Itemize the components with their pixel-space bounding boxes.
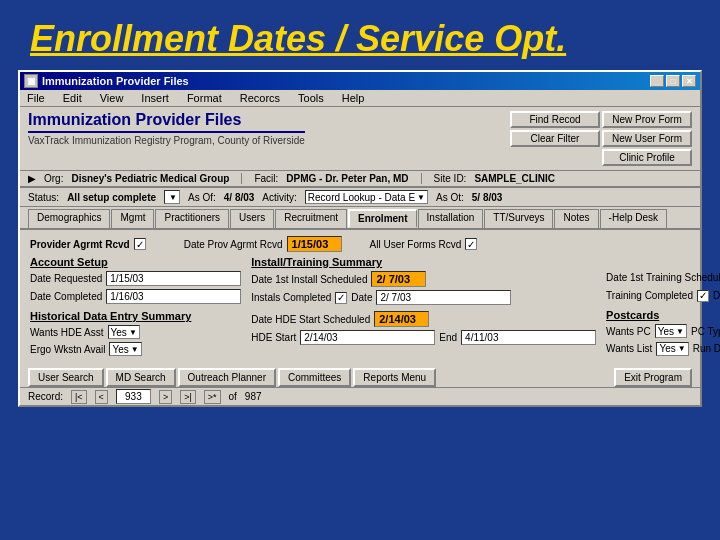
- menu-file[interactable]: File: [24, 91, 48, 105]
- pc-type-label: PC Type: [691, 326, 720, 337]
- menu-help[interactable]: Help: [339, 91, 368, 105]
- menu-bar: File Edit View Insert Format Recorcs Too…: [20, 90, 700, 107]
- date-1st-install-label: Date 1st Install Scheduled: [251, 274, 367, 285]
- wants-list-row: Wants List Yes▼ Run Date: [606, 341, 720, 356]
- as-of-label: As Of:: [188, 192, 216, 203]
- tab-users[interactable]: Users: [230, 209, 274, 228]
- tabs-bar: Demographics Mgmt Practitioners Users Re…: [20, 207, 700, 230]
- triangle-icon: ▶: [28, 173, 36, 184]
- instals-date-input[interactable]: [376, 290, 511, 305]
- instals-date-label: Date: [351, 292, 372, 303]
- tab-demographics[interactable]: Demographics: [28, 209, 110, 228]
- menu-view[interactable]: View: [97, 91, 127, 105]
- tab-recruitment[interactable]: Recruitment: [275, 209, 347, 228]
- total-records: 987: [245, 391, 262, 402]
- reports-menu-button[interactable]: Reports Menu: [353, 368, 436, 387]
- ergo-wkstn-dropdown[interactable]: Yes▼: [109, 342, 141, 356]
- new-prov-form-button[interactable]: New Prov Form: [602, 111, 692, 128]
- app-title: Immunization Provider Files: [28, 111, 305, 133]
- tab-mgmt[interactable]: Mgmt: [111, 209, 154, 228]
- nav-first-button[interactable]: |<: [71, 390, 87, 404]
- date-requested-label: Date Requested: [30, 273, 102, 284]
- historical-data-title: Historical Data Entry Summary: [30, 310, 241, 322]
- date-completed-label: Date Completed: [30, 291, 102, 302]
- all-user-forms-label: All User Forms Rcvd: [370, 239, 462, 250]
- new-user-form-button[interactable]: New User Form: [602, 130, 692, 147]
- hde-start-label: HDE Start: [251, 332, 296, 343]
- ergo-wkstn-label: Ergo Wkstn Avail: [30, 344, 105, 355]
- clear-filter-button[interactable]: Clear Filter: [510, 130, 600, 147]
- date-prov-agmt-label: Date Prov Agrmt Rcvd: [184, 239, 283, 250]
- exit-program-button[interactable]: Exit Program: [614, 368, 692, 387]
- tab-installation[interactable]: Installation: [418, 209, 484, 228]
- tab-notes[interactable]: Notes: [554, 209, 598, 228]
- facil-label: Facil:: [254, 173, 278, 184]
- minimize-button[interactable]: _: [650, 75, 664, 87]
- maximize-button[interactable]: □: [666, 75, 680, 87]
- ergo-wkstn-row: Ergo Wkstn Avail Yes▼: [30, 342, 241, 356]
- committees-button[interactable]: Committees: [278, 368, 351, 387]
- menu-insert[interactable]: Insert: [138, 91, 172, 105]
- status-value: All setup complete: [67, 192, 156, 203]
- date-prov-agmt-value[interactable]: 1/15/03: [287, 236, 342, 252]
- outreach-planner-button[interactable]: Outreach Planner: [178, 368, 276, 387]
- wants-hde-dropdown[interactable]: Yes▼: [108, 325, 140, 339]
- training-completed-checkbox[interactable]: ✓: [697, 290, 709, 302]
- as-of2-label: As Ot:: [436, 192, 464, 203]
- find-record-button[interactable]: Find Recod: [510, 111, 600, 128]
- training-completed-row: Training Completed ✓ Date: [606, 288, 720, 303]
- md-search-button[interactable]: MD Search: [106, 368, 176, 387]
- nav-new-button[interactable]: >*: [204, 390, 221, 404]
- hde-start-row: Date HDE Start Scheduled 2/14/03: [251, 311, 596, 327]
- status-label: Status:: [28, 192, 59, 203]
- hde-end-label: End: [439, 332, 457, 343]
- window-icon: ▣: [24, 74, 38, 88]
- provider-agmt-checkbox[interactable]: ✓: [134, 238, 146, 250]
- postcards-title: Postcards: [606, 309, 720, 321]
- nav-next-end-button[interactable]: >|: [180, 390, 196, 404]
- wants-list-label: Wants List: [606, 343, 652, 354]
- nav-next-button[interactable]: >: [159, 390, 172, 404]
- wants-hde-label: Wants HDE Asst: [30, 327, 104, 338]
- menu-tools[interactable]: Tools: [295, 91, 327, 105]
- instals-completed-label: Instals Completed: [251, 292, 331, 303]
- wants-list-dropdown[interactable]: Yes▼: [656, 342, 688, 356]
- menu-recorcs[interactable]: Recorcs: [237, 91, 283, 105]
- menu-edit[interactable]: Edit: [60, 91, 85, 105]
- tab-help-desk[interactable]: -Help Desk: [600, 209, 667, 228]
- tab-practitioners[interactable]: Practitioners: [155, 209, 229, 228]
- org-value: Disney's Pediatric Medical Group: [71, 173, 229, 184]
- wants-pc-dropdown[interactable]: Yes▼: [655, 324, 687, 338]
- status-bar: Record: |< < 933 > >| >* of 987: [20, 387, 700, 405]
- date-1st-install-row: Date 1st Install Scheduled 2/ 7/03: [251, 271, 596, 287]
- instals-completed-checkbox[interactable]: ✓: [335, 292, 347, 304]
- date-requested-input[interactable]: [106, 271, 241, 286]
- page-title: Enrollment Dates / Service Opt.: [0, 0, 720, 70]
- run-date-label: Run Date: [693, 343, 720, 354]
- nav-prev-button[interactable]: <: [95, 390, 108, 404]
- training-date-label: Date: [713, 290, 720, 301]
- wants-pc-label: Wants PC: [606, 326, 651, 337]
- app-subtitle: VaxTrack Immunization Registry Program, …: [28, 135, 305, 146]
- all-user-forms-checkbox[interactable]: ✓: [465, 238, 477, 250]
- hde-start-input[interactable]: [300, 330, 435, 345]
- tab-enrolment[interactable]: Enrolment: [348, 209, 416, 228]
- tab-tt-surveys[interactable]: TT/Surveys: [484, 209, 553, 228]
- menu-format[interactable]: Format: [184, 91, 225, 105]
- close-button[interactable]: ✕: [682, 75, 696, 87]
- activity-dropdown[interactable]: Record Lookup - Data E▼: [305, 190, 428, 204]
- date-completed-input[interactable]: [106, 289, 241, 304]
- instals-completed-row: Instals Completed ✓ Date: [251, 290, 596, 305]
- clinic-profile-button[interactable]: Clinic Profile: [602, 149, 692, 166]
- wants-hde-row: Wants HDE Asst Yes▼: [30, 325, 241, 339]
- site-id-label: Site ID:: [434, 173, 467, 184]
- date-requested-row: Date Requested: [30, 271, 241, 286]
- info-bar: ▶ Org: Disney's Pediatric Medical Group …: [20, 170, 700, 187]
- user-search-button[interactable]: User Search: [28, 368, 104, 387]
- date-1st-install-value[interactable]: 2/ 7/03: [371, 271, 426, 287]
- application-window: ▣ Immunization Provider Files _ □ ✕ File…: [18, 70, 702, 407]
- status-dropdown[interactable]: ▼: [164, 190, 180, 204]
- date-completed-row: Date Completed: [30, 289, 241, 304]
- hde-end-input[interactable]: [461, 330, 596, 345]
- date-hde-start-value[interactable]: 2/14/03: [374, 311, 429, 327]
